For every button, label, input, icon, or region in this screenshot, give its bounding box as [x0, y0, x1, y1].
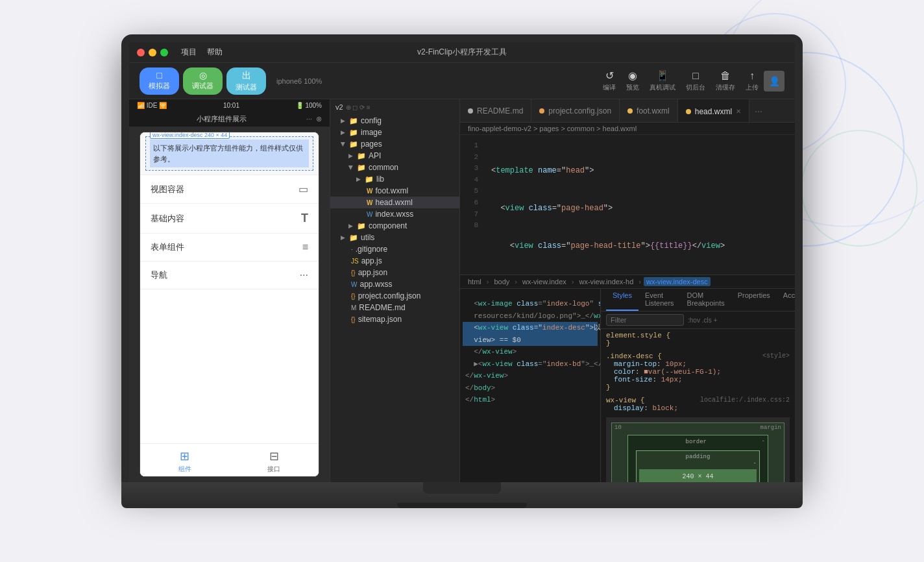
chevron-right-icon-2: ▶ [341, 129, 345, 136]
bc-wx-view-index-hd[interactable]: wx-view.index-hd [577, 277, 637, 286]
background-label: 切后台 [686, 83, 705, 92]
filename-projectconfig: project.config.json [358, 291, 421, 300]
folder-icon-lib: 📁 [365, 175, 374, 184]
laptop-base [121, 482, 803, 508]
compile-label: 编译 [603, 83, 616, 92]
styles-tab-dom[interactable]: DOM Breakpoints [681, 289, 731, 311]
devtools-tab-row [463, 291, 598, 295]
compile-icon: ↺ [605, 69, 614, 82]
chevron-right-icon-6: ▶ [341, 234, 345, 241]
code-container[interactable]: 1 2 3 4 5 6 7 8 <template name="head"> <… [460, 135, 795, 275]
tree-file-foot[interactable]: W foot.wxml [330, 185, 459, 197]
clear-cache-icon: 🗑 [720, 70, 731, 82]
interface-tab-label: 接口 [267, 465, 280, 474]
component-row-basic[interactable]: 基础内容 T [140, 204, 319, 234]
filename-appjs: app.js [361, 256, 382, 265]
bc-body[interactable]: body [491, 277, 512, 286]
box-model-padding-val: - [639, 460, 757, 467]
titlebar-menu: 项目 帮助 [181, 47, 223, 58]
folder-icon-common: 📁 [357, 164, 366, 172]
action-upload[interactable]: ↑ 上传 [746, 70, 759, 92]
tree-folder-pages[interactable]: ▶ 📁 pages [330, 138, 459, 150]
bc-wx-view-index[interactable]: wx-view.index [520, 277, 569, 286]
toolbar-actions: ↺ 编译 ◉ 预览 📱 真机调试 □ 切后台 [603, 69, 759, 92]
tab-debugger[interactable]: ◎ 调试器 [183, 67, 223, 95]
code-editor[interactable]: <template name="head"> <view class="page… [483, 135, 795, 275]
tab-tester[interactable]: 出 测试器 [226, 67, 266, 95]
close-button[interactable] [137, 49, 145, 56]
component-icon-nav: ··· [300, 269, 308, 281]
component-row-nav[interactable]: 导航 ··· [140, 262, 319, 289]
editor-tab-foot[interactable]: foot.wxml [620, 99, 678, 122]
tree-folder-api[interactable]: ▶ 📁 API [330, 150, 459, 162]
close-tab-icon[interactable]: ✕ [736, 108, 741, 115]
phone-tab-interface[interactable]: ⊟ 接口 [230, 449, 319, 474]
tab-simulator[interactable]: □ 模拟器 [140, 67, 179, 95]
bc-html[interactable]: html [465, 277, 484, 286]
box-model-container: margin 10 border - [606, 417, 790, 482]
menu-item-help[interactable]: 帮助 [207, 47, 223, 58]
component-row-view-container[interactable]: 视图容器 ▭ [140, 175, 319, 204]
folder-name-utils: utils [361, 233, 374, 242]
tree-file-gitignore[interactable]: · .gitignore [330, 243, 459, 255]
maximize-button[interactable] [160, 49, 168, 56]
tree-file-sitemap[interactable]: {} sitemap.json [330, 313, 459, 325]
styles-filter-input[interactable] [606, 314, 684, 326]
phone-title: 小程序组件展示 [197, 114, 247, 124]
tree-folder-utils[interactable]: ▶ 📁 utils [330, 232, 459, 243]
tree-folder-config[interactable]: ▶ 📁 config [330, 115, 459, 127]
phone-tab-components[interactable]: ⊞ 组件 [140, 449, 230, 474]
json-icon: {} [351, 269, 356, 276]
action-preview[interactable]: ◉ 预览 [626, 69, 639, 92]
el-line-8: </body> [463, 382, 598, 395]
project-name: v2 [335, 103, 343, 111]
tree-file-appwxss[interactable]: W app.wxss [330, 278, 459, 290]
phone-close-icon[interactable]: ⊗ [316, 115, 322, 123]
folder-name-image: image [361, 128, 382, 137]
action-real-debug[interactable]: 📱 真机调试 [650, 69, 675, 92]
tree-folder-component[interactable]: ▶ 📁 component [330, 220, 459, 232]
minimize-button[interactable] [149, 49, 156, 56]
action-background[interactable]: □ 切后台 [686, 70, 705, 92]
style-rule-display: display: block; [606, 404, 790, 412]
tree-folder-lib[interactable]: ▶ 📁 lib [330, 173, 459, 185]
folder-icon-pages: 📁 [349, 140, 358, 149]
foot-dot [627, 108, 633, 114]
component-row-form[interactable]: 表单组件 ≡ [140, 234, 319, 262]
phone-preview-panel: 📶 IDE 🛜 10:01 🔋 100% 小程序组件展示 ··· ⊗ [129, 99, 330, 482]
tree-folder-image[interactable]: ▶ 📁 image [330, 127, 459, 138]
styles-tab-properties[interactable]: Properties [731, 289, 777, 311]
tree-file-index-wxss[interactable]: W index.wxss [330, 208, 459, 220]
wxml-icon-head: W [367, 199, 372, 206]
tree-folder-common[interactable]: ▶ 📁 common [330, 162, 459, 173]
tree-file-projectconfig[interactable]: {} project.config.json [330, 290, 459, 302]
styles-tab-events[interactable]: Event Listeners [638, 289, 681, 311]
style-selector-wx-view: wx-view { [606, 397, 644, 404]
tree-file-appjson[interactable]: {} app.json [330, 267, 459, 278]
chevron-right-icon-4: ▶ [356, 176, 361, 182]
editor-tab-head[interactable]: head.wxml ✕ [678, 99, 749, 122]
phone-menu-icon[interactable]: ··· [306, 115, 312, 123]
action-compile[interactable]: ↺ 编译 [603, 69, 616, 92]
style-block-element: element.style { } [606, 332, 790, 347]
user-avatar[interactable]: 👤 [764, 71, 784, 92]
bc-wx-view-index-desc[interactable]: wx-view.index-desc [644, 277, 711, 286]
tree-file-appjs[interactable]: JS app.js [330, 255, 459, 267]
menu-item-project[interactable]: 项目 [181, 47, 197, 58]
styles-tab-styles[interactable]: Styles [606, 289, 638, 311]
chevron-down-icon: ▶ [340, 142, 346, 147]
action-clear-cache[interactable]: 🗑 清缓存 [716, 70, 735, 92]
preview-icon: ◉ [628, 69, 637, 82]
box-model-padding-label: padding [639, 454, 757, 460]
more-tabs-button[interactable]: ··· [749, 99, 768, 122]
selection-content: 以下将展示小程序官方组件能力，组件样式仅供参考。 [150, 140, 309, 167]
line-7: 7 [460, 209, 483, 221]
upload-label: 上传 [746, 83, 759, 92]
tree-file-readme[interactable]: M README.md [330, 302, 459, 313]
box-model-margin-label: margin [760, 424, 781, 431]
editor-tab-projectconfig[interactable]: project.config.json [531, 99, 620, 122]
styles-tab-accessibility[interactable]: Accessibility [777, 289, 795, 311]
box-model-padding: padding - 240 × 44 - [636, 450, 760, 482]
editor-tab-readme[interactable]: README.md [460, 99, 531, 122]
tree-file-head[interactable]: W head.wxml [330, 197, 459, 208]
